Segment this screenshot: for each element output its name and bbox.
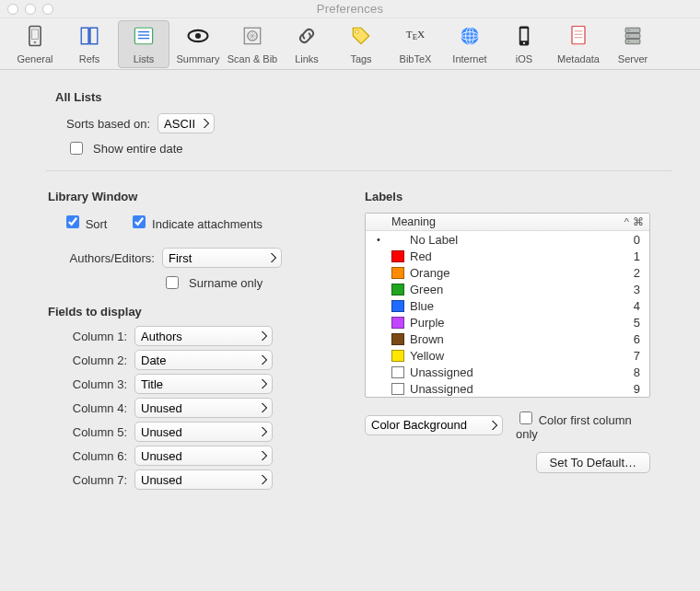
labels-table[interactable]: Meaning ^ ⌘ •No Label0Red1Orange2Green3B… [365, 213, 650, 398]
label-shortcut: 4 [627, 299, 640, 313]
label-row[interactable]: Brown6 [366, 330, 649, 347]
label-name: Blue [410, 299, 622, 313]
label-row[interactable]: Yellow7 [366, 347, 649, 364]
label-row[interactable]: Green3 [366, 281, 649, 297]
titlebar: Preferences [0, 0, 700, 18]
color-first-column-label[interactable]: Color first column only [516, 413, 632, 441]
label-shortcut: 9 [627, 382, 640, 396]
toolbar-tab-internet[interactable]: Internet [444, 20, 496, 68]
toolbar-tab-label: Lists [134, 53, 155, 64]
column-5-row: Column 5:Unused [55, 422, 332, 442]
svg-point-28 [628, 29, 630, 31]
toolbar-tab-refs[interactable]: Refs [64, 20, 115, 68]
column-2-row: Column 2:Date [55, 350, 332, 370]
lists-icon [131, 23, 157, 52]
label-name: Green [410, 283, 622, 296]
column-label: Column 7: [55, 473, 127, 487]
show-entire-date-checkbox[interactable] [70, 142, 83, 155]
svg-text:TEX: TEX [406, 29, 426, 42]
labels-table-header[interactable]: Meaning ^ ⌘ [366, 214, 649, 231]
column-4-select[interactable]: Unused [134, 398, 273, 418]
scan-icon [239, 23, 265, 52]
show-entire-date-label[interactable]: Show entire date [93, 142, 183, 156]
column-3-select[interactable]: Title [134, 374, 273, 394]
label-style-select[interactable]: Color Background [365, 415, 503, 435]
column-1-row: Column 1:Authors [55, 326, 332, 346]
svg-rect-19 [521, 29, 528, 41]
authors-editors-select[interactable]: First [162, 248, 282, 268]
column-2-select[interactable]: Date [134, 350, 273, 370]
column-label: Column 6: [55, 449, 127, 463]
svg-point-30 [628, 41, 630, 42]
column-label: Column 1: [55, 330, 127, 343]
indicate-attachments-label[interactable]: Indicate attachments [152, 217, 262, 231]
svg-point-20 [523, 42, 525, 44]
label-row[interactable]: •No Label0 [366, 231, 649, 248]
toolbar-tab-links[interactable]: Links [281, 20, 332, 68]
surname-only-checkbox[interactable] [166, 276, 179, 289]
column-6-row: Column 6:Unused [55, 446, 332, 466]
label-row[interactable]: Red1 [366, 248, 649, 264]
fields-to-display-heading: Fields to display [48, 305, 332, 319]
sorts-based-on-select[interactable]: ASCII [158, 113, 215, 133]
toolbar-tab-summary[interactable]: Summary [172, 20, 224, 68]
labels-heading: Labels [365, 190, 650, 203]
column-4-row: Column 4:Unused [55, 398, 332, 418]
set-to-default-button[interactable]: Set To Default… [536, 452, 650, 473]
column-6-select[interactable]: Unused [134, 446, 273, 466]
sorts-based-on-label: Sorts based on: [66, 117, 150, 131]
svg-rect-27 [625, 40, 640, 44]
toolbar-tab-label: Internet [452, 53, 486, 64]
label-color-swatch [391, 250, 404, 262]
label-color-swatch [391, 267, 404, 279]
server-icon [620, 23, 646, 52]
label-row[interactable]: Unassigned9 [366, 380, 649, 397]
ios-icon [511, 23, 537, 52]
label-row[interactable]: Unassigned8 [366, 364, 649, 380]
label-name: Purple [410, 316, 622, 330]
svg-point-8 [195, 33, 201, 39]
sort-ascending-icon: ^ [624, 216, 629, 227]
toolbar-tab-bibtex[interactable]: TEXBibTeX [390, 20, 441, 68]
surname-only-label[interactable]: Surname only [189, 276, 262, 290]
svg-rect-1 [32, 29, 39, 40]
label-shortcut: 5 [627, 316, 640, 330]
toolbar-tab-label: Refs [79, 53, 100, 64]
sort-checkbox[interactable] [66, 215, 79, 228]
column-3-row: Column 3:Title [55, 374, 332, 394]
toolbar-tab-tags[interactable]: Tags [335, 20, 387, 68]
sort-checkbox-label[interactable]: Sort [86, 217, 108, 231]
label-name: Yellow [410, 349, 622, 363]
label-name: Unassigned [410, 382, 622, 396]
internet-icon [457, 23, 483, 52]
label-color-swatch [391, 350, 404, 362]
toolbar-tab-general[interactable]: General [9, 20, 61, 68]
label-row[interactable]: Purple5 [366, 314, 649, 330]
toolbar-tab-ios[interactable]: iOS [498, 20, 550, 68]
summary-icon [185, 23, 211, 52]
color-first-column-checkbox[interactable] [519, 411, 532, 424]
column-5-select[interactable]: Unused [134, 422, 273, 442]
label-color-swatch [391, 300, 404, 312]
label-color-swatch [391, 284, 404, 296]
minimize-window-icon[interactable] [25, 4, 36, 15]
label-row[interactable]: Orange2 [366, 264, 649, 281]
column-7-select[interactable]: Unused [134, 469, 273, 490]
command-key-icon: ⌘ [633, 215, 644, 228]
label-row[interactable]: Blue4 [366, 297, 649, 314]
toolbar-tab-metadata[interactable]: Metadata [553, 20, 604, 68]
indicate-attachments-checkbox[interactable] [133, 215, 146, 228]
zoom-window-icon[interactable] [42, 4, 53, 15]
label-shortcut: 1 [627, 249, 640, 263]
toolbar-tab-lists[interactable]: Lists [118, 20, 169, 68]
close-window-icon[interactable] [7, 4, 18, 15]
toolbar-tab-label: iOS [516, 53, 532, 64]
column-label: Column 4: [55, 401, 127, 415]
toolbar-tab-scan-bib[interactable]: Scan & Bib [227, 20, 278, 68]
column-1-select[interactable]: Authors [134, 326, 273, 346]
svg-rect-21 [572, 27, 585, 44]
column-7-row: Column 7:Unused [55, 469, 332, 490]
label-name: Red [410, 249, 622, 263]
toolbar-tab-server[interactable]: Server [607, 20, 659, 68]
svg-rect-26 [625, 33, 640, 38]
